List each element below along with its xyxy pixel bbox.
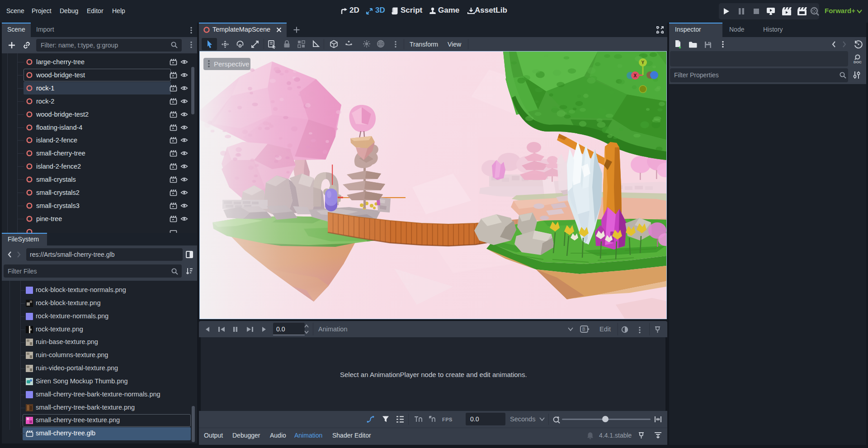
svg-text:B: B bbox=[582, 327, 585, 332]
svg-text:X: X bbox=[634, 73, 637, 78]
svg-text:Perspective: Perspective bbox=[214, 60, 249, 68]
svg-text:Y: Y bbox=[642, 60, 645, 65]
svg-text:DOC: DOC bbox=[854, 60, 862, 64]
